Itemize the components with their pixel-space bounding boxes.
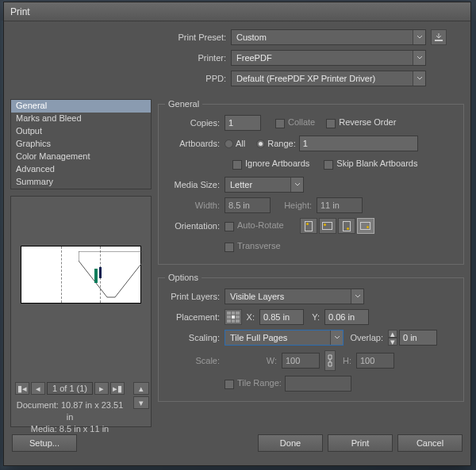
ignore-artboards-option[interactable]: Ignore Artboards [232,159,309,169]
nav-prev-icon[interactable]: ◂ [31,382,45,395]
svg-rect-0 [435,40,443,41]
print-dialog: Print Print Preset: Custom Printer: Free… [3,2,471,466]
scaling-label: Scaling: [165,333,225,342]
print-preset-label: Print Preset: [13,32,231,42]
orient-landscape-right[interactable] [357,218,374,234]
ppd-select[interactable]: Default (FreePDF XP Printer Driver) [231,71,426,86]
scale-h-label: H: [340,356,356,365]
printer-select[interactable]: FreePDF [231,50,426,66]
category-advanced[interactable]: Advanced [11,163,151,176]
printer-label: Printer: [13,53,231,63]
artboards-label: Artboards: [165,139,225,148]
collate-option: Collate [275,117,315,128]
placement-x-input[interactable] [259,309,304,325]
print-button[interactable]: Print [328,434,393,452]
chevron-down-icon [413,71,425,86]
reverse-checkbox[interactable] [326,119,336,128]
skip-checkbox[interactable] [324,160,333,170]
media-size-label2: Media Size: [165,180,225,189]
tile-range-option: Tile Range: [225,378,282,388]
orientation-label: Orientation: [165,221,225,231]
svg-rect-2 [99,267,102,278]
chevron-down-icon [413,51,425,65]
copies-label: Copies: [165,118,225,128]
orient-landscape-left[interactable] [319,218,336,234]
category-summary[interactable]: Summary [11,176,151,189]
doc-size-label: Document: 10.87 in x 23.51 in [13,399,127,423]
category-output[interactable]: Output [11,125,151,138]
orient-portrait-up[interactable] [300,218,317,234]
chevron-down-icon [413,30,425,44]
chevron-down-icon [290,178,303,192]
category-list: General Marks and Bleed Output Graphics … [10,99,152,189]
orient-portrait-down[interactable] [338,218,355,234]
scaling-select[interactable]: Tile Full Pages [225,330,344,346]
ppd-label: PPD: [13,74,231,83]
width-label: Width: [165,201,225,210]
category-general[interactable]: General [11,100,151,113]
artboards-range[interactable]: Range: [256,139,295,149]
print-layers-select[interactable]: Visible Layers [225,288,364,304]
skip-blank-option[interactable]: Skip Blank Artboards [324,159,417,169]
height-label: Height: [271,201,317,210]
scale-label: Scale: [165,356,225,365]
options-group: Options Print Layers: Visible Layers Pla… [158,273,464,402]
print-preset-select[interactable]: Custom [231,29,426,45]
preview-panel: ▮◂ ◂ 1 of 1 (1) ▸ ▸▮ Document: 10.87 in … [10,196,152,427]
dialog-footer: Setup... Done Print Cancel [10,427,464,459]
link-icon[interactable] [324,350,336,371]
placement-y-input[interactable] [324,309,369,325]
category-graphics[interactable]: Graphics [11,138,151,151]
artboards-all[interactable]: All [225,139,245,149]
scale-h-input [356,353,394,369]
zoom-in-icon[interactable]: ▴ [133,382,149,395]
y-label: Y: [304,312,324,322]
general-group: General Copies: Collate Reverse Order Ar… [158,99,464,265]
cancel-button[interactable]: Cancel [397,434,463,452]
overlap-label: Overlap: [344,333,388,342]
chevron-down-icon [330,331,343,345]
range-input[interactable] [299,136,418,151]
dialog-titlebar: Print [4,2,470,21]
tile-range-input [285,376,351,392]
dialog-title: Print [10,6,30,17]
nav-first-icon[interactable]: ▮◂ [15,382,29,395]
preview-artboard [21,246,141,304]
general-legend: General [165,99,202,109]
ppd-value: Default (FreePDF XP Printer Driver) [236,74,375,83]
scale-w-input [282,353,320,369]
done-button[interactable]: Done [258,434,323,452]
transverse-option: Transverse [225,241,281,251]
media-size-select[interactable]: Letter [225,177,304,193]
copies-input[interactable] [225,115,261,131]
category-marks-bleed[interactable]: Marks and Bleed [11,113,151,125]
placement-grid[interactable] [225,309,242,325]
nav-last-icon[interactable]: ▸▮ [110,382,125,395]
x-label: X: [242,312,259,322]
nav-next-icon[interactable]: ▸ [94,382,109,395]
overlap-stepper[interactable]: ▴▾ [388,330,397,346]
placement-label: Placement: [165,312,225,322]
collate-checkbox [275,119,285,128]
options-legend: Options [165,273,202,282]
nav-page-display: 1 of 1 (1) [47,382,93,395]
chevron-down-icon [351,289,363,304]
preview-canvas [16,201,146,374]
print-layers-label: Print Layers: [165,292,225,301]
svg-rect-1 [94,269,98,283]
width-input [225,197,271,213]
print-preset-value: Custom [236,32,267,42]
height-input [317,197,363,213]
save-preset-icon[interactable] [431,29,447,45]
printer-value: FreePDF [236,53,272,63]
scale-w-label: W: [263,356,282,365]
zoom-out-icon[interactable]: ▾ [133,396,149,409]
auto-rotate-option: Auto-Rotate [225,220,284,231]
category-color-management[interactable]: Color Management [11,151,151,163]
setup-button[interactable]: Setup... [12,434,77,452]
reverse-option[interactable]: Reverse Order [326,117,396,128]
overlap-input[interactable] [399,330,437,346]
presets-area: Print Preset: Custom Printer: FreePDF PP… [10,26,464,99]
ignore-checkbox[interactable] [232,160,242,170]
